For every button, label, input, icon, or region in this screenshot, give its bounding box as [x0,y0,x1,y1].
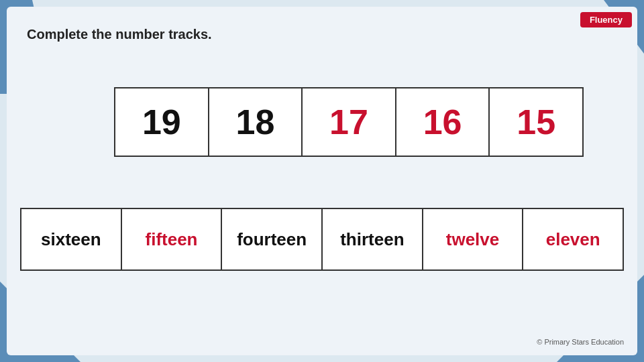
number-cell-4: 15 [490,88,582,156]
main-content-area: Fluency Complete the number tracks. 1918… [7,7,637,355]
page-title: Complete the number tracks. [27,27,212,42]
word-cell-4: twelve [423,209,524,269]
word-cell-5: eleven [523,209,623,269]
word-track: sixteenfifteenfourteenthirteentwelveelev… [20,208,624,271]
word-cell-2: fourteen [222,209,323,269]
word-cell-1: fifteen [122,209,223,269]
number-cell-1: 18 [209,88,303,156]
copyright: © Primary Stars Education [537,338,624,346]
number-track: 1918171615 [114,87,584,157]
number-cell-2: 17 [303,88,396,156]
word-cell-0: sixteen [21,209,122,269]
fluency-badge: Fluency [580,12,632,27]
word-cell-3: thirteen [323,209,423,269]
number-cell-3: 16 [396,88,490,156]
number-cell-0: 19 [115,88,209,156]
